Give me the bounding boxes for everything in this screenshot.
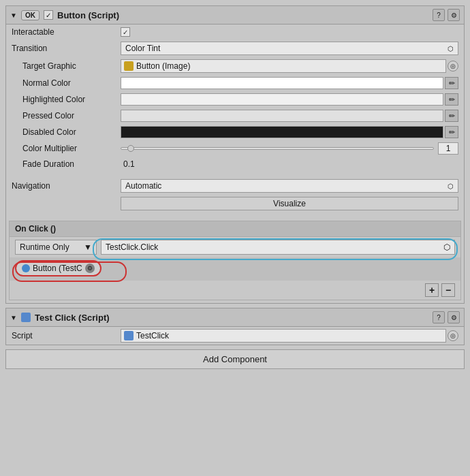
visualize-row: Visualize [6, 195, 464, 212]
normal-color-label: Normal Color [12, 78, 121, 88]
header-icons: ? ⚙ [433, 9, 460, 21]
script-circle-icon[interactable]: ◎ [448, 330, 458, 341]
object-field[interactable]: Button (TestC ⚙ [15, 260, 101, 276]
highlighted-color-label: Highlighted Color [12, 95, 121, 104]
highlighted-color-field[interactable] [121, 93, 443, 106]
script-file-icon [124, 331, 134, 340]
test-click-help-icon[interactable]: ? [433, 311, 445, 323]
highlighted-color-pencil-icon[interactable]: ✏ [445, 93, 458, 106]
test-click-script-icon [21, 313, 31, 322]
disabled-color-field[interactable] [121, 126, 443, 138]
navigation-value: Automatic ⬡ [121, 179, 458, 193]
pressed-color-value: ✏ [121, 110, 458, 122]
runtime-dropdown-arrow: ▼ [84, 242, 92, 252]
script-value-container: TestClick ◎ [121, 329, 458, 343]
function-dropdown[interactable]: TestClick.Click ⬡ [101, 240, 455, 255]
normal-color-field[interactable] [121, 77, 443, 89]
transition-label: Transition [12, 44, 121, 53]
object-icon [22, 264, 30, 272]
pressed-color-row: Pressed Color ✏ [6, 108, 464, 124]
disabled-color-label: Disabled Color [12, 127, 121, 137]
color-multiplier-slider[interactable] [121, 147, 434, 150]
function-dropdown-arrow: ⬡ [443, 242, 450, 252]
test-click-header-icons: ? ⚙ [433, 311, 460, 323]
remove-entry-button[interactable]: − [441, 283, 455, 297]
disabled-color-value: ✏ [121, 126, 458, 138]
script-row: Script TestClick ◎ [6, 327, 464, 345]
target-graphic-row: Target Graphic Button (Image) ◎ [6, 57, 464, 75]
disabled-color-row: Disabled Color ✏ [6, 124, 464, 140]
inspector-panel: ▼ OK ✓ Button (Script) ? ⚙ Interactable … [0, 0, 470, 376]
object-row: Button (TestC ⚙ [10, 257, 460, 281]
color-multiplier-input[interactable]: 1 [438, 142, 458, 155]
normal-color-row: Normal Color ✏ [6, 75, 464, 91]
test-click-collapse-icon[interactable]: ▼ [10, 314, 17, 321]
disabled-color-pencil-icon[interactable]: ✏ [445, 126, 458, 138]
interactable-label: Interactable [12, 27, 121, 37]
target-graphic-label: Target Graphic [12, 61, 121, 71]
ok-badge: OK [21, 10, 40, 20]
test-click-title: Test Click (Script) [35, 313, 428, 323]
fade-duration-text[interactable]: 0.1 [123, 159, 135, 169]
navigation-row: Navigation Automatic ⬡ [6, 177, 464, 195]
navigation-dropdown-arrow: ⬡ [448, 183, 454, 190]
script-checkbox-icon[interactable]: ✓ [44, 10, 53, 20]
pressed-color-label: Pressed Color [12, 111, 121, 121]
transition-dropdown[interactable]: Color Tint ⬡ [121, 42, 458, 55]
on-click-title: On Click () [15, 224, 56, 234]
test-click-panel: ▼ Test Click (Script) ? ⚙ Script TestCli… [5, 308, 465, 345]
visualize-button[interactable]: Visualize [121, 197, 458, 210]
on-click-header: On Click () [10, 221, 460, 237]
pressed-color-pencil-icon[interactable]: ✏ [445, 110, 458, 122]
runtime-dropdown[interactable]: Runtime Only ▼ [15, 240, 97, 255]
navigation-dropdown[interactable]: Automatic ⬡ [121, 179, 458, 193]
visualize-value: Visualize [121, 197, 458, 210]
on-click-section: On Click () Runtime Only ▼ TestClick.Cli… [9, 221, 461, 300]
help-icon[interactable]: ? [433, 9, 445, 21]
navigation-label: Navigation [12, 181, 121, 191]
on-click-inner: Runtime Only ▼ TestClick.Click ⬡ Button … [10, 237, 460, 281]
target-graphic-circle[interactable]: ◎ [448, 61, 458, 72]
transition-dropdown-arrow: ⬡ [448, 45, 454, 52]
target-graphic-text: Button (Image) [136, 61, 190, 71]
color-multiplier-label: Color Multiplier [12, 144, 121, 153]
button-script-panel: ▼ OK ✓ Button (Script) ? ⚙ Interactable … [5, 5, 465, 304]
on-click-bottom-row: + − [10, 281, 460, 300]
color-multiplier-row: Color Multiplier 1 [6, 140, 464, 157]
target-graphic-value: Button (Image) ◎ [121, 59, 458, 73]
slider-thumb [127, 145, 134, 152]
interactable-row: Interactable ✓ [6, 25, 464, 39]
script-value-text: TestClick [136, 331, 169, 340]
interactable-value: ✓ [121, 27, 458, 37]
color-multiplier-value: 1 [121, 142, 458, 155]
object-gear-icon[interactable]: ⚙ [85, 264, 95, 273]
test-click-settings-icon[interactable]: ⚙ [448, 311, 460, 323]
target-graphic-field: Button (Image) [121, 59, 446, 73]
add-component-button[interactable]: Add Component [5, 349, 465, 369]
target-graphic-icon [124, 61, 134, 71]
transition-row: Transition Color Tint ⬡ [6, 39, 464, 57]
normal-color-value: ✏ [121, 77, 458, 89]
add-entry-button[interactable]: + [425, 283, 439, 297]
normal-color-pencil-icon[interactable]: ✏ [445, 77, 458, 89]
collapse-arrow-icon[interactable]: ▼ [10, 12, 17, 18]
color-multiplier-slider-container: 1 [121, 142, 458, 155]
script-label: Script [12, 331, 121, 340]
pressed-color-field[interactable] [121, 110, 443, 122]
object-label: Button (TestC [33, 264, 82, 273]
panel-title: Button (Script) [57, 10, 428, 20]
add-component-label: Add Component [203, 354, 267, 364]
fade-duration-row: Fade Duration 0.1 [6, 157, 464, 172]
fade-duration-value: 0.1 [121, 159, 458, 169]
test-click-header: ▼ Test Click (Script) ? ⚙ [6, 308, 464, 327]
highlighted-color-row: Highlighted Color ✏ [6, 91, 464, 108]
settings-icon[interactable]: ⚙ [448, 9, 460, 21]
button-script-header: ▼ OK ✓ Button (Script) ? ⚙ [6, 6, 464, 25]
highlighted-color-value: ✏ [121, 93, 458, 106]
on-click-dropdowns-row: Runtime Only ▼ TestClick.Click ⬡ [10, 237, 460, 257]
transition-value: Color Tint ⬡ [121, 42, 458, 55]
script-field: TestClick [121, 329, 446, 343]
interactable-checkbox[interactable]: ✓ [121, 27, 130, 37]
fade-duration-label: Fade Duration [12, 159, 121, 169]
